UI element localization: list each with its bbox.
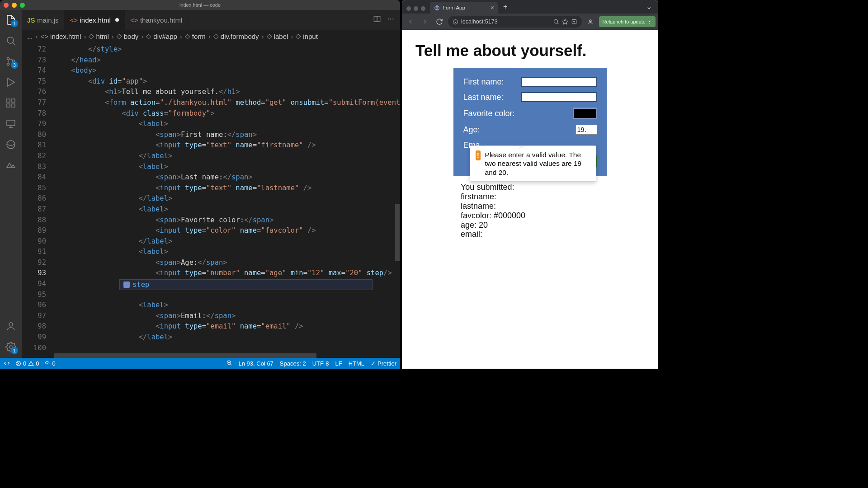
extensions-icon[interactable] (5, 97, 17, 109)
tab-main-js[interactable]: JS main.js (22, 10, 65, 30)
lastname-input[interactable] (521, 92, 597, 102)
browser-tab-title: Form App (443, 5, 465, 10)
editor-tabs: JS main.js <> index.html <> thankyou.htm… (22, 10, 400, 30)
breadcrumb-item[interactable]: <>index.html (41, 33, 81, 40)
vscode-window: index.html — code 1 3 (0, 0, 400, 369)
browser-tab[interactable]: Form App × (430, 2, 498, 14)
cursor-position[interactable]: Ln 93, Col 67 (239, 360, 274, 367)
more-actions-icon[interactable] (387, 15, 395, 25)
vertical-scrollbar[interactable] (395, 42, 400, 358)
back-button[interactable] (405, 16, 416, 28)
favcolor-input[interactable] (573, 108, 597, 119)
minimize-window-button[interactable] (12, 3, 17, 8)
suggestion-label: step (132, 281, 149, 289)
remote-icon[interactable] (5, 117, 17, 130)
minimize-window-button[interactable] (414, 6, 418, 11)
scrollbar-thumb[interactable] (54, 353, 316, 358)
install-icon[interactable] (571, 19, 577, 25)
mac-titlebar: index.html — code (0, 0, 400, 10)
svg-point-21 (554, 19, 557, 23)
zoom-icon[interactable] (226, 360, 232, 367)
autocomplete-popup[interactable]: step (119, 279, 373, 290)
age-label: Age: (463, 125, 576, 135)
bookmark-star-icon[interactable] (562, 19, 568, 25)
code-content[interactable]: </style> </head> <body> <div id="app"> <… (54, 42, 400, 353)
suggestion-kind-icon (123, 282, 130, 288)
split-editor-icon[interactable] (373, 15, 381, 25)
tab-thankyou-html[interactable]: <> thankyou.html (125, 10, 188, 30)
url-text: localhost:5173 (461, 19, 498, 25)
validation-tooltip: ! Please enter a valid value. The two ne… (470, 145, 596, 182)
site-info-icon[interactable] (453, 19, 458, 25)
tab-index-html[interactable]: <> index.html (65, 10, 125, 30)
breadcrumb-overflow[interactable]: ... (27, 33, 33, 40)
svg-rect-7 (12, 104, 15, 107)
edge-icon[interactable] (5, 138, 17, 151)
html-file-icon: <> (130, 16, 137, 23)
tab-list-icon[interactable]: ⌄ (643, 2, 655, 14)
favicon-icon (434, 5, 440, 11)
maximize-window-button[interactable] (20, 3, 25, 8)
indentation[interactable]: Spaces: 2 (280, 360, 306, 367)
settings-icon[interactable]: 1 (5, 341, 17, 353)
browser-window: Form App × + ⌄ localhost:5173 Relaunch t… (402, 0, 658, 369)
scrollbar-thumb[interactable] (395, 204, 400, 261)
breadcrumbs[interactable]: ... › <>index.html › ◇html › ◇body › ◇di… (22, 30, 400, 42)
breadcrumb-item[interactable]: ◇div.formbody (213, 32, 259, 40)
maximize-window-button[interactable] (421, 6, 425, 11)
activity-bar: 1 3 (0, 10, 22, 358)
forward-button[interactable] (419, 16, 431, 28)
browser-page: Tell me about yourself. First name: Last… (402, 30, 658, 369)
close-window-button[interactable] (4, 3, 9, 8)
problems-counter[interactable]: 0 0 (15, 360, 39, 367)
breadcrumb-item[interactable]: ◇input (296, 32, 318, 40)
language-mode[interactable]: HTML (349, 360, 364, 367)
code-editor[interactable]: 7273747576777879808182838485868788899091… (22, 42, 400, 358)
window-title: index.html — code (0, 2, 400, 8)
source-control-icon[interactable]: 3 (5, 55, 17, 68)
close-tab-icon[interactable]: × (491, 4, 494, 11)
firstname-input[interactable] (521, 77, 597, 87)
svg-rect-6 (7, 104, 10, 107)
breadcrumb-item[interactable]: ◇form (185, 32, 206, 40)
tab-label: index.html (80, 16, 111, 24)
reload-button[interactable] (434, 16, 445, 28)
close-window-button[interactable] (406, 6, 411, 11)
remote-indicator[interactable] (4, 360, 10, 366)
relaunch-button[interactable]: Relaunch to update⋮ (599, 16, 656, 27)
search-icon[interactable] (5, 34, 17, 47)
breadcrumb-item[interactable]: ◇div#app (146, 32, 177, 40)
encoding[interactable]: UTF-8 (312, 360, 329, 367)
html-file-icon: <> (70, 16, 77, 23)
age-input[interactable] (576, 125, 597, 135)
eol[interactable]: LF (335, 360, 342, 367)
explorer-icon[interactable]: 1 (5, 14, 17, 26)
unsaved-indicator (115, 18, 119, 22)
svg-rect-4 (7, 99, 10, 102)
svg-point-1 (7, 58, 9, 60)
breadcrumb-item[interactable]: ◇body (117, 32, 139, 40)
other-ext-icon[interactable] (5, 159, 17, 172)
js-file-icon: JS (27, 16, 34, 23)
warning-icon: ! (476, 150, 481, 160)
browser-tabbar: Form App × + ⌄ (402, 0, 658, 14)
address-bar[interactable]: localhost:5173 (448, 16, 582, 28)
breadcrumb-item[interactable]: ◇html (89, 32, 108, 40)
svg-rect-5 (12, 99, 15, 102)
svg-rect-8 (7, 120, 15, 126)
account-icon[interactable] (5, 320, 17, 333)
zoom-icon[interactable] (553, 19, 559, 25)
submitted-output: You submitted: firstname: lastname: favc… (461, 183, 645, 239)
breadcrumb-item[interactable]: ◇label (267, 32, 288, 40)
svg-point-10 (9, 323, 13, 326)
scm-badge: 3 (11, 61, 18, 69)
new-tab-button[interactable]: + (500, 3, 511, 14)
prettier-status[interactable]: ✓ Prettier (371, 360, 396, 367)
profile-icon[interactable] (585, 16, 596, 28)
explorer-badge: 1 (11, 20, 18, 27)
run-debug-icon[interactable] (5, 76, 17, 89)
svg-point-17 (47, 363, 48, 364)
horizontal-scrollbar[interactable] (54, 353, 395, 358)
submitted-line: favcolor: #000000 (461, 211, 645, 221)
ports-counter[interactable]: 0 (44, 360, 55, 367)
